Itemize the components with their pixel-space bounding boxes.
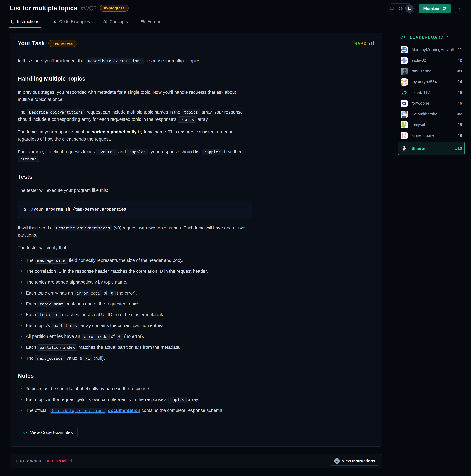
failed-dot-icon: [47, 460, 49, 462]
view-code-examples-button[interactable]: View Code Examples: [18, 427, 78, 438]
player-rank: #10: [455, 146, 462, 151]
inline-code: topics: [168, 397, 187, 403]
instructions-card: Your Task In-progress HARD In this stage…: [10, 33, 382, 447]
light-theme-button[interactable]: [397, 4, 405, 13]
avatar: [401, 145, 408, 152]
inline-code: topics: [178, 117, 196, 122]
shield-check-icon: [442, 6, 446, 11]
paragraph: The tester will verify that:: [18, 244, 252, 252]
button-label: View Code Examples: [30, 430, 73, 435]
close-icon: [458, 6, 462, 11]
player-name: mysteryn3554: [411, 80, 437, 84]
player-rank: #4: [457, 80, 462, 84]
leaderboard-row-current-user[interactable]: Smartuil #10: [398, 141, 465, 155]
leaderboard-header[interactable]: C++ LEADERBOARD ↗: [400, 35, 465, 40]
system-theme-button[interactable]: [388, 4, 396, 13]
list-item: Each topic_name matches one of the reque…: [18, 300, 252, 307]
paragraph: The topics in your response must be sort…: [18, 128, 252, 143]
inline-code: "zebra": [96, 149, 117, 155]
tab-concepts[interactable]: Concepts: [102, 17, 128, 28]
inline-code: topic_id: [37, 312, 61, 318]
monitor-icon: [390, 7, 394, 11]
tab-label: Instructions: [17, 19, 39, 24]
documentation-link[interactable]: documentation: [108, 408, 140, 413]
avatar: [401, 57, 408, 64]
task-status-badge: In-progress: [48, 40, 77, 47]
close-button[interactable]: [455, 4, 465, 13]
external-link-icon: ↗: [445, 35, 449, 40]
paragraph: In this stage, you'll implement the Desc…: [18, 57, 252, 65]
code-icon: [52, 19, 57, 24]
tab-bar: Instructions Code Examples Concepts Foru…: [10, 17, 465, 28]
member-button[interactable]: Member: [419, 4, 451, 14]
tab-forum[interactable]: Forum: [140, 17, 161, 28]
difficulty-indicator: HARD: [354, 41, 374, 46]
inline-code: "zebra": [18, 156, 39, 162]
section-heading: Notes: [18, 371, 252, 380]
player-rank: #1: [457, 47, 462, 52]
inline-code: partition_index: [37, 344, 77, 351]
leaderboard-row[interactable]: skunk-117 #5: [398, 87, 465, 98]
avatar: [401, 78, 408, 85]
leaderboard-row[interactable]: rahulsenna #3: [398, 66, 465, 77]
list-item: Each topic_id matches the actual UUID fr…: [18, 311, 252, 318]
inline-code: DescribeTopicPartitions: [27, 109, 85, 115]
list-item: Topics must be sorted alphabetically by …: [18, 385, 252, 392]
chat-icon: [141, 19, 145, 24]
leaderboard-row[interactable]: fortwoone #6: [398, 98, 465, 109]
task-title: Your Task: [18, 40, 45, 47]
inline-code: error_code: [74, 290, 102, 296]
instructions-body: In this stage, you'll implement the Desc…: [18, 57, 252, 439]
tab-label: Code Examples: [59, 19, 90, 24]
page-title: List for multiple topics: [10, 5, 77, 12]
moon-icon: [407, 6, 412, 11]
inline-code: 0: [109, 290, 116, 296]
paragraph: The DescribeTopicPartitions request can …: [18, 109, 252, 123]
describe-topic-partitions-doc-link[interactable]: DescribeTopicPartitions: [49, 408, 107, 414]
list-item: Each topic entry has an error_code of 0 …: [18, 289, 252, 297]
task-header: Your Task In-progress HARD: [18, 40, 374, 47]
list-item: Each topic in the request gets its own c…: [18, 396, 252, 403]
code-icon: [23, 430, 27, 435]
tests-list: The message_size field correctly represe…: [18, 257, 252, 362]
dark-theme-button[interactable]: [405, 4, 414, 13]
section-heading: Handling Multiple Topics: [18, 74, 252, 83]
inline-code: next_cursor: [35, 355, 65, 361]
tab-code-examples[interactable]: Code Examples: [52, 17, 90, 28]
button-label: View Instructions: [342, 459, 375, 463]
leaderboard-row[interactable]: Katamithetaka #7: [398, 109, 465, 119]
tab-instructions[interactable]: Instructions: [10, 17, 40, 28]
inline-code: "apple": [202, 149, 223, 155]
player-name: Katamithetaka: [411, 112, 437, 117]
inline-code: partitions: [51, 323, 79, 329]
arrow-down-circle-icon: [334, 458, 340, 464]
paragraph: It will then send a DescribeTopicPartiti…: [18, 224, 252, 239]
leaderboard-title[interactable]: C++ LEADERBOARD: [400, 35, 444, 39]
avatar: [401, 68, 408, 75]
player-name: sada-02: [411, 58, 426, 63]
player-name: skunk-117: [411, 90, 430, 95]
list-item: The correlation ID in the response heade…: [18, 268, 252, 275]
top-bar: List for multiple topics #WQ2 In-progres…: [0, 0, 471, 28]
difficulty-bars-icon: [369, 41, 374, 46]
list-item: The message_size field correctly represe…: [18, 257, 252, 264]
inline-code: topic_name: [37, 301, 66, 307]
test-status: Tests failed.: [52, 459, 73, 463]
list-item: All partition entries have an error_code…: [18, 333, 252, 340]
paragraph: The tester will execute your program lik…: [18, 187, 252, 194]
list-item: The topics are sorted alphabetically by …: [18, 279, 252, 286]
player-rank: #3: [457, 69, 462, 74]
header-controls: Member: [387, 3, 465, 14]
test-runner-bar: TEST RUNNER: Tests failed. View Instruct…: [10, 454, 382, 468]
leaderboard-row[interactable]: alonesquare #9: [398, 130, 465, 141]
code-block: $ ./your_program.sh /tmp/server.properti…: [18, 201, 252, 218]
inline-code: error_code: [82, 334, 110, 340]
leaderboard-row[interactable]: mysteryn3554 #4: [398, 77, 465, 87]
view-instructions-button[interactable]: View Instructions: [330, 456, 379, 466]
leaderboard-row[interactable]: mmjwxbc #8: [398, 119, 465, 130]
member-label: Member: [423, 6, 440, 11]
leaderboard-row[interactable]: MondayMorningHaskell #1: [398, 44, 465, 55]
section-heading: Tests: [18, 172, 252, 181]
leaderboard-row[interactable]: sada-02 #2: [398, 55, 465, 66]
list-item: The next_cursor value is -1 (null).: [18, 355, 252, 362]
